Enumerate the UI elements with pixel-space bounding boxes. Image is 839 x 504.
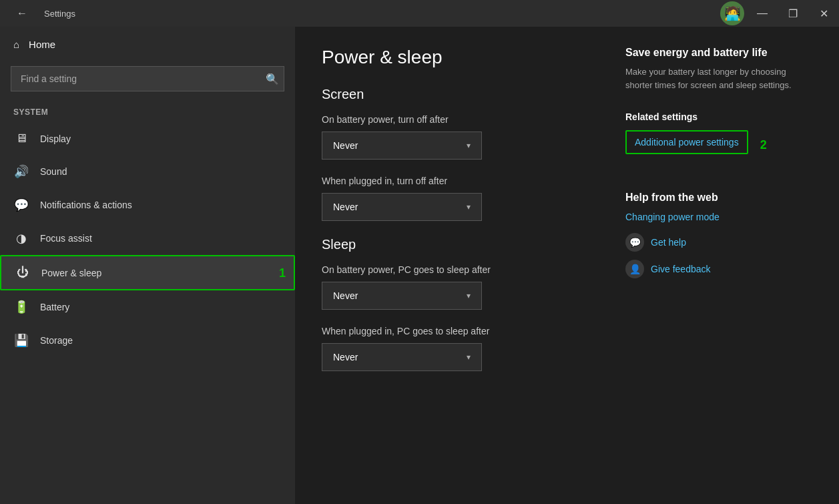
minimize-button[interactable]: —: [747, 0, 778, 27]
sidebar-item-display-label: Display: [40, 134, 71, 144]
help-title: Help from the web: [625, 192, 812, 204]
get-help-icon: 💬: [625, 233, 644, 252]
notifications-icon: 💬: [13, 198, 29, 212]
battery-sleep-label: On battery power, PC goes to sleep after: [322, 264, 585, 275]
sidebar-item-power-sleep[interactable]: ⏻ Power & sleep 1: [0, 255, 295, 290]
back-button[interactable]: ←: [7, 0, 37, 27]
sidebar-item-sound[interactable]: 🔊 Sound: [0, 155, 295, 188]
titlebar: ← Settings 🧑‍💻 — ❐ ✕: [0, 0, 839, 27]
search-input[interactable]: [11, 66, 284, 91]
plugged-screen-dropdown[interactable]: Never ▾: [322, 193, 482, 221]
close-button[interactable]: ✕: [808, 0, 839, 27]
main-content: Power & sleep Screen On battery power, t…: [295, 27, 839, 504]
badge-2: 2: [760, 138, 767, 152]
sidebar-item-focus-assist[interactable]: ◑ Focus assist: [0, 222, 295, 255]
window-title: Settings: [44, 9, 75, 19]
changing-power-mode-link[interactable]: Changing power mode: [625, 212, 812, 222]
sidebar-item-power-label: Power & sleep: [41, 268, 101, 278]
plugged-sleep-dropdown[interactable]: Never ▾: [322, 343, 482, 371]
maximize-button[interactable]: ❐: [778, 0, 808, 27]
sidebar-item-notifications[interactable]: 💬 Notifications & actions: [0, 188, 295, 222]
sleep-section: Sleep On battery power, PC goes to sleep…: [322, 237, 585, 371]
battery-screen-dropdown[interactable]: Never ▾: [322, 132, 482, 160]
app-body: ⌂ Home 🔍 System 🖥 Display 🔊 Sound 💬 Noti…: [0, 27, 839, 504]
sidebar-item-notifications-label: Notifications & actions: [40, 200, 132, 210]
info-text: Make your battery last longer by choosin…: [625, 65, 812, 91]
badge-1: 1: [279, 266, 286, 280]
search-box: 🔍: [11, 66, 284, 91]
screen-section-title: Screen: [322, 87, 585, 102]
additional-power-wrapper: Additional power settings 2: [625, 130, 748, 160]
titlebar-left: ← Settings: [7, 0, 75, 27]
chevron-down-icon-3: ▾: [467, 291, 471, 300]
content-left: Power & sleep Screen On battery power, t…: [322, 47, 585, 484]
home-icon: ⌂: [13, 39, 19, 50]
info-title: Save energy and battery life: [625, 47, 812, 59]
plugged-screen-value: Never: [333, 202, 358, 212]
storage-icon: 💾: [13, 333, 29, 348]
search-button[interactable]: 🔍: [266, 73, 279, 85]
sidebar: ⌂ Home 🔍 System 🖥 Display 🔊 Sound 💬 Noti…: [0, 27, 295, 504]
sidebar-item-battery-label: Battery: [40, 302, 69, 312]
sidebar-item-battery[interactable]: 🔋 Battery: [0, 290, 295, 324]
give-feedback-action[interactable]: 👤 Give feedback: [625, 260, 812, 278]
sidebar-item-sound-label: Sound: [40, 166, 67, 177]
chevron-down-icon: ▾: [467, 141, 471, 150]
power-sleep-icon: ⏻: [15, 266, 31, 280]
sidebar-item-display[interactable]: 🖥 Display: [0, 122, 295, 155]
additional-power-settings-link[interactable]: Additional power settings: [625, 130, 748, 154]
sidebar-item-focus-label: Focus assist: [40, 233, 92, 244]
battery-sleep-dropdown[interactable]: Never ▾: [322, 282, 482, 310]
battery-icon: 🔋: [13, 300, 29, 314]
plugged-screen-label: When plugged in, turn off after: [322, 176, 585, 186]
focus-assist-icon: ◑: [13, 231, 29, 246]
battery-screen-label: On battery power, turn off after: [322, 114, 585, 125]
sidebar-section-label: System: [0, 102, 295, 122]
chevron-down-icon-4: ▾: [467, 352, 471, 362]
content-right: Save energy and battery life Make your b…: [625, 47, 812, 484]
home-label: Home: [29, 39, 55, 50]
page-title: Power & sleep: [322, 47, 585, 68]
sound-icon: 🔊: [13, 164, 29, 179]
get-help-label: Get help: [651, 237, 686, 248]
titlebar-controls: 🧑‍💻 — ❐ ✕: [720, 0, 839, 27]
battery-screen-value: Never: [333, 140, 358, 151]
get-help-action[interactable]: 💬 Get help: [625, 233, 812, 252]
sleep-section-title: Sleep: [322, 237, 585, 252]
sidebar-item-storage-label: Storage: [40, 335, 73, 346]
give-feedback-icon: 👤: [625, 260, 644, 278]
sidebar-item-storage[interactable]: 💾 Storage: [0, 324, 295, 357]
chevron-down-icon-2: ▾: [467, 202, 471, 212]
plugged-sleep-label: When plugged in, PC goes to sleep after: [322, 326, 585, 336]
give-feedback-label: Give feedback: [651, 264, 711, 274]
plugged-sleep-value: Never: [333, 352, 358, 362]
related-settings-title: Related settings: [625, 111, 812, 122]
display-icon: 🖥: [13, 132, 29, 146]
battery-sleep-value: Never: [333, 290, 358, 301]
sidebar-item-home[interactable]: ⌂ Home: [0, 27, 295, 62]
avatar[interactable]: 🧑‍💻: [720, 1, 744, 25]
